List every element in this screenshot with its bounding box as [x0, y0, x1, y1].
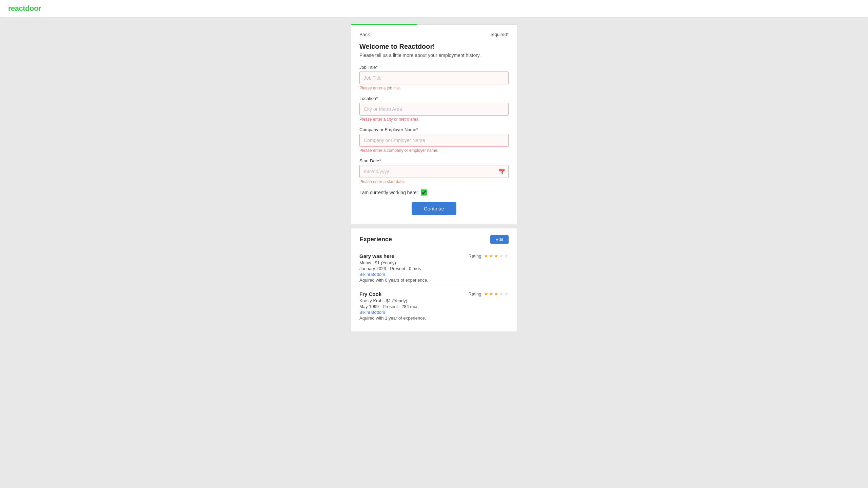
currently-working-label: I am currently working here:: [359, 190, 418, 195]
continue-button[interactable]: Continue: [412, 202, 456, 215]
rating-label: Rating:: [469, 291, 482, 297]
back-link[interactable]: Back: [359, 32, 370, 37]
job-title-input[interactable]: [359, 72, 509, 84]
location-input[interactable]: [359, 103, 509, 116]
currently-working-checkbox[interactable]: [421, 189, 427, 196]
rating-row: Rating: ★★★★★: [469, 291, 509, 297]
job-entry: Fry Cook Rating: ★★★★★ Krusty Krab · $1 …: [359, 287, 509, 325]
star-5: ★: [504, 291, 509, 297]
job-experience: Aquired with 0 years of experience.: [359, 278, 509, 283]
header: reactdoor: [0, 0, 868, 17]
star-2: ★: [489, 291, 493, 297]
star-1: ★: [484, 291, 488, 297]
star-4: ★: [499, 253, 504, 259]
rating-label: Rating:: [469, 253, 482, 259]
required-label: required*: [491, 32, 509, 37]
job-pay: Meow · $1 (Yearly): [359, 260, 509, 265]
start-date-label: Start Date*: [359, 158, 509, 163]
job-dates: May 1999 - Present · 284 mos: [359, 304, 509, 309]
job-location: Bikini Bottom: [359, 310, 509, 315]
card-header: Back required*: [359, 32, 509, 37]
job-location: Bikini Bottom: [359, 272, 509, 277]
welcome-subtitle: Please tell us a little more about your …: [359, 53, 509, 58]
job-top-row: Fry Cook Rating: ★★★★★: [359, 291, 509, 297]
page-container: Back required* Welcome to Reactdoor! Ple…: [346, 17, 522, 338]
location-label: Location*: [359, 96, 509, 101]
stars: ★★★★★: [484, 291, 509, 297]
currently-working-row: I am currently working here:: [359, 189, 509, 196]
rating-row: Rating: ★★★★★: [469, 253, 509, 259]
date-input-wrapper: 📅: [359, 165, 509, 178]
edit-button[interactable]: Edit: [490, 235, 509, 244]
experience-title: Experience: [359, 236, 392, 243]
job-list: Gary was here Rating: ★★★★★ Meow · $1 (Y…: [359, 249, 509, 325]
card-inner: Back required* Welcome to Reactdoor! Ple…: [351, 25, 517, 224]
experience-header: Experience Edit: [359, 235, 509, 244]
star-2: ★: [489, 253, 493, 259]
form-card: Back required* Welcome to Reactdoor! Ple…: [351, 24, 517, 224]
job-title-label: Job Title*: [359, 65, 509, 70]
job-entry: Gary was here Rating: ★★★★★ Meow · $1 (Y…: [359, 249, 509, 287]
star-3: ★: [494, 253, 498, 259]
job-title-group: Job Title* Please enter a job title.: [359, 65, 509, 90]
star-1: ★: [484, 253, 488, 259]
location-error: Please enter a city or metro area.: [359, 117, 509, 122]
star-4: ★: [499, 291, 504, 297]
start-date-group: Start Date* 📅 Please enter a start date.: [359, 158, 509, 184]
start-date-input[interactable]: [359, 165, 509, 178]
star-5: ★: [504, 253, 509, 259]
company-group: Company or Employer Name* Please enter a…: [359, 127, 509, 153]
location-group: Location* Please enter a city or metro a…: [359, 96, 509, 122]
job-title-error: Please enter a job title.: [359, 86, 509, 90]
company-error: Please enter a company or employer name.: [359, 148, 509, 153]
job-top-row: Gary was here Rating: ★★★★★: [359, 253, 509, 259]
job-dates: January 2023 - Present · 0 mos: [359, 266, 509, 271]
start-date-error: Please enter a start date.: [359, 179, 509, 184]
logo: reactdoor: [8, 4, 41, 13]
experience-card: Experience Edit Gary was here Rating: ★★…: [351, 228, 517, 331]
company-label: Company or Employer Name*: [359, 127, 509, 132]
stars: ★★★★★: [484, 253, 509, 259]
job-pay: Krusty Krab · $1 (Yearly): [359, 298, 509, 303]
welcome-title: Welcome to Reactdoor!: [359, 43, 509, 50]
job-name: Gary was here: [359, 253, 394, 259]
star-3: ★: [494, 291, 498, 297]
job-experience: Aquired with 1 year of experience.: [359, 316, 509, 321]
company-input[interactable]: [359, 134, 509, 147]
job-name: Fry Cook: [359, 291, 381, 297]
